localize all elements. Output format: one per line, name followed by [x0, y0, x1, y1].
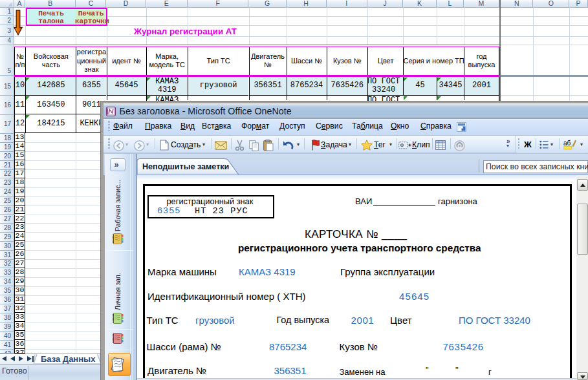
svg-text:аб: аб: [563, 140, 571, 147]
